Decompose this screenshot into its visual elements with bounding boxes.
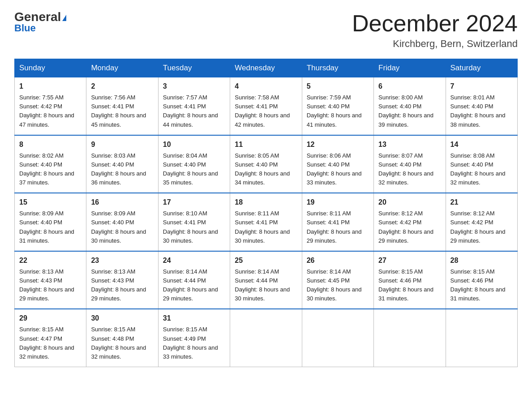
day-number: 17 (163, 197, 225, 208)
day-info: Sunrise: 8:14 AMSunset: 4:45 PMDaylight:… (307, 267, 369, 304)
day-info: Sunrise: 8:15 AMSunset: 4:48 PMDaylight:… (91, 325, 153, 361)
day-number: 18 (235, 197, 297, 208)
col-header-tuesday: Tuesday (158, 59, 230, 77)
day-info: Sunrise: 8:14 AMSunset: 4:44 PMDaylight:… (235, 267, 297, 304)
day-info: Sunrise: 7:55 AMSunset: 4:42 PMDaylight:… (19, 93, 82, 129)
day-info: Sunrise: 8:15 AMSunset: 4:46 PMDaylight:… (378, 267, 441, 304)
day-number: 21 (450, 197, 513, 208)
day-number: 27 (378, 255, 441, 266)
day-info: Sunrise: 7:56 AMSunset: 4:41 PMDaylight:… (91, 93, 153, 129)
day-number: 8 (19, 139, 82, 150)
day-info: Sunrise: 8:11 AMSunset: 4:41 PMDaylight:… (307, 209, 369, 245)
calendar-cell: 22Sunrise: 8:13 AMSunset: 4:43 PMDayligh… (15, 251, 86, 309)
calendar-cell: 3Sunrise: 7:57 AMSunset: 4:41 PMDaylight… (158, 77, 230, 135)
day-info: Sunrise: 8:04 AMSunset: 4:40 PMDaylight:… (163, 151, 225, 188)
calendar-cell (302, 309, 373, 367)
calendar-cell: 18Sunrise: 8:11 AMSunset: 4:41 PMDayligh… (230, 193, 302, 251)
day-number: 11 (235, 139, 297, 150)
calendar-cell: 16Sunrise: 8:09 AMSunset: 4:40 PMDayligh… (86, 193, 158, 251)
calendar-cell: 2Sunrise: 7:56 AMSunset: 4:41 PMDaylight… (86, 77, 158, 135)
calendar-cell: 9Sunrise: 8:03 AMSunset: 4:40 PMDaylight… (86, 135, 158, 193)
day-number: 1 (19, 81, 82, 92)
day-number: 7 (450, 81, 513, 92)
calendar-cell: 14Sunrise: 8:08 AMSunset: 4:40 PMDayligh… (446, 135, 517, 193)
page-header: General Blue December 2024 Kirchberg, Be… (14, 11, 518, 50)
day-info: Sunrise: 8:12 AMSunset: 4:42 PMDaylight:… (378, 209, 441, 245)
calendar-cell: 30Sunrise: 8:15 AMSunset: 4:48 PMDayligh… (86, 309, 158, 367)
day-info: Sunrise: 8:03 AMSunset: 4:40 PMDaylight:… (91, 151, 153, 188)
day-number: 4 (235, 81, 297, 92)
month-title: December 2024 (352, 11, 518, 36)
day-info: Sunrise: 8:09 AMSunset: 4:40 PMDaylight:… (91, 209, 153, 245)
title-block: December 2024 Kirchberg, Bern, Switzerla… (352, 11, 518, 50)
logo-blue-text: Blue (14, 22, 36, 34)
week-row-4: 22Sunrise: 8:13 AMSunset: 4:43 PMDayligh… (15, 251, 518, 309)
day-info: Sunrise: 8:14 AMSunset: 4:44 PMDaylight:… (163, 267, 225, 304)
day-info: Sunrise: 7:57 AMSunset: 4:41 PMDaylight:… (163, 93, 225, 129)
day-info: Sunrise: 8:15 AMSunset: 4:47 PMDaylight:… (19, 325, 82, 361)
calendar-cell: 23Sunrise: 8:13 AMSunset: 4:43 PMDayligh… (86, 251, 158, 309)
day-number: 13 (378, 139, 441, 150)
day-number: 6 (378, 81, 441, 92)
day-info: Sunrise: 8:06 AMSunset: 4:40 PMDaylight:… (307, 151, 369, 188)
logo: General Blue (14, 11, 66, 34)
day-info: Sunrise: 8:05 AMSunset: 4:40 PMDaylight:… (235, 151, 297, 188)
calendar-cell: 29Sunrise: 8:15 AMSunset: 4:47 PMDayligh… (15, 309, 86, 367)
day-number: 16 (91, 197, 153, 208)
calendar-cell: 8Sunrise: 8:02 AMSunset: 4:40 PMDaylight… (15, 135, 86, 193)
day-number: 31 (163, 313, 225, 324)
day-info: Sunrise: 8:15 AMSunset: 4:49 PMDaylight:… (163, 325, 225, 361)
calendar-cell (230, 309, 302, 367)
calendar-cell: 15Sunrise: 8:09 AMSunset: 4:40 PMDayligh… (15, 193, 86, 251)
day-number: 9 (91, 139, 153, 150)
day-info: Sunrise: 8:12 AMSunset: 4:42 PMDaylight:… (450, 209, 513, 245)
col-header-friday: Friday (374, 59, 446, 77)
calendar-cell: 4Sunrise: 7:58 AMSunset: 4:41 PMDaylight… (230, 77, 302, 135)
day-info: Sunrise: 8:15 AMSunset: 4:46 PMDaylight:… (450, 267, 513, 304)
day-info: Sunrise: 8:13 AMSunset: 4:43 PMDaylight:… (91, 267, 153, 304)
day-number: 19 (307, 197, 369, 208)
day-number: 20 (378, 197, 441, 208)
day-number: 10 (163, 139, 225, 150)
day-info: Sunrise: 8:11 AMSunset: 4:41 PMDaylight:… (235, 209, 297, 245)
day-info: Sunrise: 8:07 AMSunset: 4:40 PMDaylight:… (378, 151, 441, 188)
calendar-header-row: SundayMondayTuesdayWednesdayThursdayFrid… (15, 59, 518, 77)
week-row-1: 1Sunrise: 7:55 AMSunset: 4:42 PMDaylight… (15, 77, 518, 135)
calendar-cell: 7Sunrise: 8:01 AMSunset: 4:40 PMDaylight… (446, 77, 517, 135)
calendar-cell: 20Sunrise: 8:12 AMSunset: 4:42 PMDayligh… (374, 193, 446, 251)
calendar-cell: 11Sunrise: 8:05 AMSunset: 4:40 PMDayligh… (230, 135, 302, 193)
calendar-cell: 12Sunrise: 8:06 AMSunset: 4:40 PMDayligh… (302, 135, 373, 193)
day-info: Sunrise: 7:59 AMSunset: 4:40 PMDaylight:… (307, 93, 369, 129)
day-number: 29 (19, 313, 82, 324)
day-number: 3 (163, 81, 225, 92)
day-number: 25 (235, 255, 297, 266)
day-info: Sunrise: 8:09 AMSunset: 4:40 PMDaylight:… (19, 209, 82, 245)
day-info: Sunrise: 8:10 AMSunset: 4:41 PMDaylight:… (163, 209, 225, 245)
day-number: 22 (19, 255, 82, 266)
calendar-cell: 6Sunrise: 8:00 AMSunset: 4:40 PMDaylight… (374, 77, 446, 135)
calendar-cell: 31Sunrise: 8:15 AMSunset: 4:49 PMDayligh… (158, 309, 230, 367)
day-info: Sunrise: 7:58 AMSunset: 4:41 PMDaylight:… (235, 93, 297, 129)
calendar-cell: 24Sunrise: 8:14 AMSunset: 4:44 PMDayligh… (158, 251, 230, 309)
day-number: 24 (163, 255, 225, 266)
day-number: 28 (450, 255, 513, 266)
calendar-cell (374, 309, 446, 367)
day-info: Sunrise: 8:01 AMSunset: 4:40 PMDaylight:… (450, 93, 513, 129)
col-header-sunday: Sunday (15, 59, 86, 77)
logo-triangle-icon (62, 15, 66, 21)
col-header-saturday: Saturday (446, 59, 517, 77)
calendar-cell: 13Sunrise: 8:07 AMSunset: 4:40 PMDayligh… (374, 135, 446, 193)
day-number: 5 (307, 81, 369, 92)
calendar-cell: 5Sunrise: 7:59 AMSunset: 4:40 PMDaylight… (302, 77, 373, 135)
day-number: 26 (307, 255, 369, 266)
day-info: Sunrise: 8:00 AMSunset: 4:40 PMDaylight:… (378, 93, 441, 129)
day-info: Sunrise: 8:13 AMSunset: 4:43 PMDaylight:… (19, 267, 82, 304)
calendar-cell: 19Sunrise: 8:11 AMSunset: 4:41 PMDayligh… (302, 193, 373, 251)
day-number: 30 (91, 313, 153, 324)
logo-text: General (14, 11, 66, 23)
calendar-cell: 10Sunrise: 8:04 AMSunset: 4:40 PMDayligh… (158, 135, 230, 193)
day-number: 14 (450, 139, 513, 150)
col-header-monday: Monday (86, 59, 158, 77)
calendar-cell: 17Sunrise: 8:10 AMSunset: 4:41 PMDayligh… (158, 193, 230, 251)
col-header-thursday: Thursday (302, 59, 373, 77)
